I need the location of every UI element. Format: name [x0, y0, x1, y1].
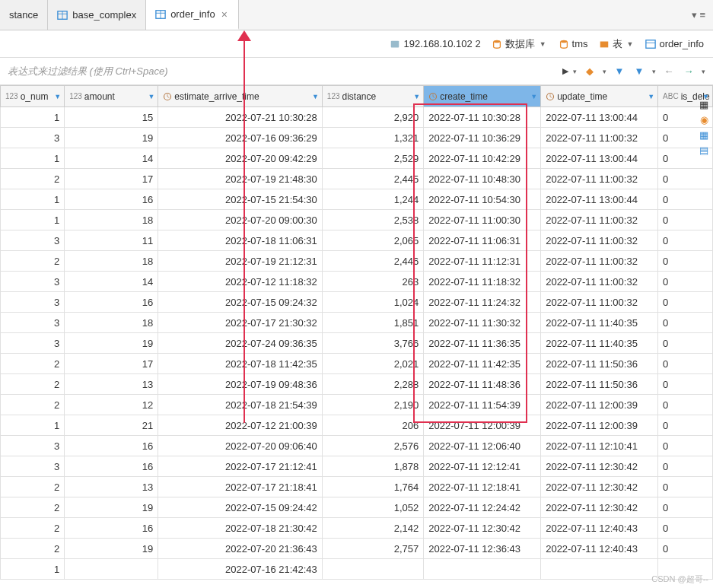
cell-amount[interactable]: 19: [65, 128, 158, 148]
cell-amount[interactable]: 16: [65, 518, 158, 539]
cell-distance[interactable]: 2,920: [322, 107, 423, 128]
cell-create[interactable]: 2022-07-11 10:36:29: [424, 128, 541, 148]
filter-icon[interactable]: ▼: [631, 63, 648, 80]
cell-distance[interactable]: 2,065: [322, 230, 423, 251]
cell-o_num[interactable]: 3: [1, 272, 65, 292]
tab-stance[interactable]: stance: [0, 0, 48, 30]
cell-is_del[interactable]: 0: [658, 477, 713, 497]
table-row[interactable]: 2122022-07-18 21:54:392,1902022-07-11 11…: [1, 395, 713, 415]
table-row[interactable]: 2172022-07-19 21:48:302,4452022-07-11 10…: [1, 169, 713, 189]
cell-amount[interactable]: 19: [65, 497, 158, 518]
cell-o_num[interactable]: 2: [1, 354, 65, 374]
close-icon[interactable]: ×: [220, 8, 229, 21]
cell-distance[interactable]: 2,757: [322, 539, 423, 559]
cell-o_num[interactable]: 2: [1, 497, 65, 518]
cell-o_num[interactable]: 1: [1, 210, 65, 230]
breadcrumb-db-name[interactable]: tms: [555, 38, 591, 49]
cell-amount[interactable]: 16: [65, 189, 158, 210]
cell-estimate[interactable]: 2022-07-15 21:54:30: [158, 189, 323, 210]
panel-icon[interactable]: ▤: [698, 145, 710, 157]
cell-create[interactable]: 2022-07-11 11:30:32: [424, 313, 541, 333]
cell-create[interactable]: 2022-07-11 12:18:41: [424, 477, 541, 497]
cell-distance[interactable]: 2,445: [322, 169, 423, 189]
cell-estimate[interactable]: 2022-07-17 21:12:41: [158, 456, 323, 477]
cell-is_del[interactable]: 0: [658, 272, 713, 292]
cell-o_num[interactable]: 1: [1, 107, 65, 128]
cell-update[interactable]: 2022-07-11 12:10:41: [541, 436, 658, 456]
cell-update[interactable]: 2022-07-11 11:00:32: [541, 251, 658, 272]
cell-create[interactable]: 2022-07-11 12:30:42: [424, 518, 541, 539]
table-row[interactable]: 2132022-07-17 21:18:411,7642022-07-11 12…: [1, 477, 713, 497]
tab-order-info[interactable]: order_info ×: [146, 0, 239, 30]
cell-o_num[interactable]: 1: [1, 189, 65, 210]
cell-is_del[interactable]: 0: [658, 395, 713, 415]
cell-create[interactable]: 2022-07-11 12:36:43: [424, 539, 541, 559]
column-header-estimate_arrive_time[interactable]: estimate_arrive_time▼: [158, 86, 323, 107]
cell-update[interactable]: 2022-07-11 12:30:42: [541, 477, 658, 497]
cell-distance[interactable]: 263: [322, 272, 423, 292]
cell-update[interactable]: [541, 559, 658, 580]
chevron-down-icon[interactable]: ▼: [538, 40, 548, 48]
cell-o_num[interactable]: 3: [1, 292, 65, 313]
brush-icon[interactable]: ◆: [581, 63, 598, 80]
cell-is_del[interactable]: 0: [658, 292, 713, 313]
cell-create[interactable]: 2022-07-11 11:24:32: [424, 292, 541, 313]
cell-o_num[interactable]: 3: [1, 128, 65, 148]
cell-distance[interactable]: 1,024: [322, 292, 423, 313]
cell-update[interactable]: 2022-07-11 12:30:42: [541, 497, 658, 518]
cell-amount[interactable]: 16: [65, 292, 158, 313]
column-header-update_time[interactable]: update_time▼: [541, 86, 658, 107]
panel-icon[interactable]: ◉: [698, 114, 710, 126]
cell-amount[interactable]: 13: [65, 477, 158, 497]
cell-is_del[interactable]: 0: [658, 436, 713, 456]
cell-amount[interactable]: 17: [65, 169, 158, 189]
table-row[interactable]: 2182022-07-19 21:12:312,4462022-07-11 11…: [1, 251, 713, 272]
cell-amount[interactable]: 18: [65, 210, 158, 230]
chevron-down-icon[interactable]: ▼: [625, 40, 635, 48]
cell-create[interactable]: 2022-07-11 11:18:32: [424, 272, 541, 292]
cell-update[interactable]: 2022-07-11 12:30:42: [541, 456, 658, 477]
cell-distance[interactable]: 2,576: [322, 436, 423, 456]
cell-create[interactable]: 2022-07-11 12:12:41: [424, 456, 541, 477]
breadcrumb-table-name[interactable]: order_info: [642, 38, 707, 49]
cell-create[interactable]: 2022-07-11 11:36:35: [424, 333, 541, 354]
cell-estimate[interactable]: 2022-07-18 11:42:35: [158, 354, 323, 374]
cell-estimate[interactable]: 2022-07-16 09:36:29: [158, 128, 323, 148]
cell-amount[interactable]: 14: [65, 272, 158, 292]
cell-distance[interactable]: 2,446: [322, 251, 423, 272]
cell-estimate[interactable]: 2022-07-24 09:36:35: [158, 333, 323, 354]
table-row[interactable]: 2192022-07-20 21:36:432,7572022-07-11 12…: [1, 539, 713, 559]
cell-amount[interactable]: 15: [65, 107, 158, 128]
cell-distance[interactable]: 1,321: [322, 128, 423, 148]
filter-input[interactable]: 表达式来过滤结果 (使用 Ctrl+Space): [0, 58, 556, 84]
table-row[interactable]: 2172022-07-18 11:42:352,0212022-07-11 11…: [1, 354, 713, 374]
breadcrumb-host[interactable]: 192.168.10.102 2: [387, 38, 483, 49]
table-row[interactable]: 2192022-07-15 09:24:421,0522022-07-11 12…: [1, 497, 713, 518]
cell-estimate[interactable]: 2022-07-20 21:36:43: [158, 539, 323, 559]
chevron-down-icon[interactable]: ▾: [571, 68, 578, 75]
cell-amount[interactable]: 17: [65, 354, 158, 374]
cell-distance[interactable]: 2,190: [322, 395, 423, 415]
cell-estimate[interactable]: 2022-07-12 21:00:39: [158, 415, 323, 436]
cell-create[interactable]: 2022-07-11 12:00:39: [424, 415, 541, 436]
cell-distance[interactable]: [322, 559, 423, 580]
table-row[interactable]: 3192022-07-16 09:36:291,3212022-07-11 10…: [1, 128, 713, 148]
cell-distance[interactable]: 2,288: [322, 374, 423, 395]
cell-amount[interactable]: 12: [65, 395, 158, 415]
table-row[interactable]: 3142022-07-12 11:18:322632022-07-11 11:1…: [1, 272, 713, 292]
cell-estimate[interactable]: 2022-07-19 09:48:36: [158, 374, 323, 395]
cell-update[interactable]: 2022-07-11 11:50:36: [541, 374, 658, 395]
cell-estimate[interactable]: 2022-07-16 21:42:43: [158, 559, 323, 580]
cell-create[interactable]: 2022-07-11 12:06:40: [424, 436, 541, 456]
cell-create[interactable]: 2022-07-11 10:48:30: [424, 169, 541, 189]
cell-o_num[interactable]: 1: [1, 415, 65, 436]
cell-update[interactable]: 2022-07-11 12:40:43: [541, 539, 658, 559]
table-row[interactable]: 2132022-07-19 09:48:362,2882022-07-11 11…: [1, 374, 713, 395]
cell-o_num[interactable]: 2: [1, 374, 65, 395]
cell-amount[interactable]: 11: [65, 230, 158, 251]
cell-amount[interactable]: 16: [65, 436, 158, 456]
cell-estimate[interactable]: 2022-07-17 21:30:32: [158, 313, 323, 333]
cell-o_num[interactable]: 2: [1, 169, 65, 189]
cell-amount[interactable]: [65, 559, 158, 580]
cell-estimate[interactable]: 2022-07-15 09:24:42: [158, 497, 323, 518]
